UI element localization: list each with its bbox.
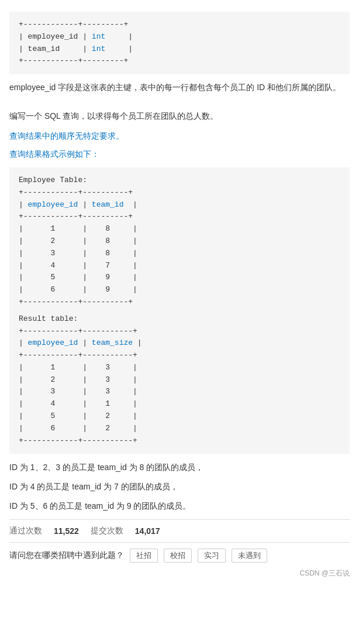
tag-xiaozao[interactable]: 校招: [164, 549, 192, 563]
pass-value: 11,522: [54, 526, 79, 536]
page-container: +------------+---------+ | employee_id |…: [0, 0, 359, 590]
submit-label: 提交次数: [91, 526, 123, 536]
employee-table-label: Employee Table:: [19, 174, 340, 187]
table-description: employee_id 字段是这张表的主键，表中的每一行都包含每个员工的 ID …: [9, 80, 350, 95]
result-table-label: Result table:: [19, 313, 340, 326]
top-table: +------------+---------+ | employee_id |…: [9, 12, 350, 74]
order-note: 查询结果中的顺序无特定要求。: [9, 129, 350, 143]
tag-shezao[interactable]: 社招: [130, 549, 158, 563]
recruitment-question: 请问您在哪类招聘中遇到此题？: [9, 550, 124, 561]
explanation-block: ID 为 1、2、3 的员工是 team_id 为 8 的团队的成员， ID 为…: [9, 460, 350, 513]
explanation-line-3: ID 为 5、6 的员工是 team_id 为 9 的团队的成员。: [9, 498, 350, 514]
recruitment-divider: [9, 542, 350, 543]
explanation-line-1: ID 为 1、2、3 的员工是 team_id 为 8 的团队的成员，: [9, 460, 350, 475]
pass-label: 通过次数: [9, 526, 42, 536]
stats-divider: [9, 519, 350, 520]
stats-row: 通过次数 11,522 提交次数 14,017: [9, 526, 350, 536]
task-text: 编写一个 SQL 查询，以求得每个员工所在团队的总人数。: [9, 109, 350, 124]
tag-not-encountered[interactable]: 未遇到: [232, 549, 267, 563]
format-note: 查询结果格式示例如下：: [9, 147, 350, 162]
employee-table-content: +------------+----------+ | employee_id …: [19, 187, 340, 309]
submit-value: 14,017: [135, 526, 160, 536]
explanation-line-2: ID 为 4 的员工是 team_id 为 7 的团队的成员，: [9, 479, 350, 495]
tag-internship[interactable]: 实习: [198, 549, 226, 563]
top-table-ascii: +------------+---------+ | employee_id |…: [19, 19, 340, 67]
recruitment-row: 请问您在哪类招聘中遇到此题？ 社招 校招 实习 未遇到: [9, 549, 350, 563]
result-table-content: +------------+-----------+ | employee_id…: [19, 326, 340, 447]
example-box: Employee Table: +------------+----------…: [9, 167, 350, 454]
footer-brand: CSDN @三石说: [9, 568, 350, 578]
